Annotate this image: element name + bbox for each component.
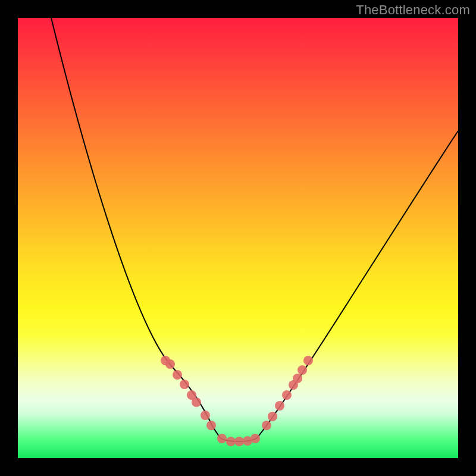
data-point: [234, 437, 244, 446]
data-point: [282, 390, 292, 400]
plot-area: [18, 18, 458, 458]
data-point: [192, 397, 201, 407]
data-point: [217, 434, 227, 443]
data-point: [293, 374, 302, 383]
data-point: [250, 434, 260, 443]
data-point: [180, 380, 189, 389]
data-point: [201, 411, 210, 420]
data-point: [165, 359, 175, 369]
chart-svg: [18, 18, 458, 458]
data-point: [303, 356, 313, 365]
chart-frame: TheBottleneck.com: [0, 0, 476, 476]
data-point: [226, 437, 236, 446]
data-point: [298, 365, 307, 375]
dots-group: [161, 356, 313, 446]
curve-left-branch: [51, 18, 220, 438]
watermark-text: TheBottleneck.com: [356, 2, 470, 18]
data-point: [262, 421, 271, 430]
data-point: [173, 370, 182, 380]
data-point: [206, 421, 216, 430]
data-point: [268, 412, 277, 421]
data-point: [275, 401, 284, 411]
